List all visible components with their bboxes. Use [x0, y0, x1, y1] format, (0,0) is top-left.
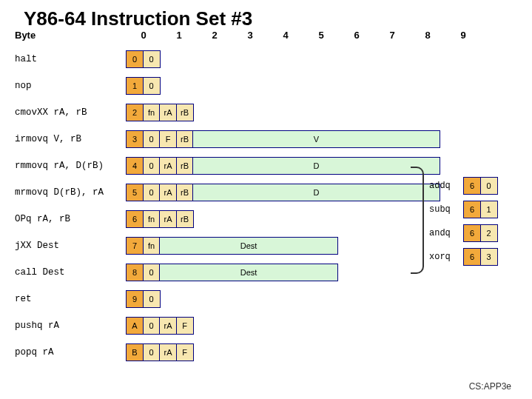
byte-col: 3: [232, 30, 268, 41]
byte-cell: 5: [126, 184, 144, 201]
byte-cell: 0: [143, 130, 161, 148]
byte-cell: 7: [126, 237, 144, 255]
mnemonic: ret: [15, 294, 126, 304]
byte-cell: 8: [126, 264, 144, 281]
op-name: addq: [429, 181, 463, 191]
byte-cell: 0: [143, 184, 161, 201]
byte-cell: rA: [159, 317, 177, 335]
byte-cell: 0: [143, 77, 161, 95]
byte-col: 6: [339, 30, 374, 41]
instruction-row: cmovXX rA, rB2fnrArB: [15, 99, 440, 126]
instruction-row: OPq rA, rB6fnrArB: [15, 206, 440, 232]
op-table: addq60subq61andq62xorq63: [429, 174, 498, 269]
byte-header: Byte 0 1 2 3 4 5 6 7 8 9: [15, 30, 481, 41]
op-name: andq: [429, 228, 463, 238]
byte-cell: rA: [159, 157, 177, 175]
instruction-table: halt00nop10cmovXX rA, rB2fnrArBirmovq V,…: [15, 46, 440, 366]
op-row: xorq63: [429, 245, 498, 269]
mnemonic: pushq rA: [15, 321, 126, 331]
byte-cell: rB: [176, 157, 194, 175]
byte-col: 2: [197, 30, 232, 41]
footer-text: CS:APP3e: [469, 381, 511, 392]
op-name: xorq: [429, 252, 463, 262]
byte-cell: rB: [176, 130, 194, 148]
byte-cell: rA: [159, 104, 177, 121]
mnemonic: OPq rA, rB: [15, 214, 126, 224]
mnemonic: irmovq V, rB: [15, 134, 126, 144]
instruction-row: popq rAB0rAF: [15, 339, 440, 366]
instruction-row: halt00: [15, 46, 440, 73]
byte-col: 5: [303, 30, 339, 41]
instruction-row: rmmovq rA, D(rB)40rArBD: [15, 152, 440, 179]
op-row: addq60: [429, 174, 498, 198]
mnemonic: nop: [15, 81, 126, 91]
byte-cell: 6: [463, 177, 481, 195]
op-name: subq: [429, 204, 463, 215]
byte-col: 1: [161, 30, 197, 41]
wide-field: D: [192, 184, 440, 201]
byte-cell: rA: [159, 184, 177, 201]
wide-field: Dest: [159, 237, 338, 255]
byte-cell: 1: [480, 201, 498, 218]
byte-cell: rA: [159, 343, 177, 361]
instruction-row: nop10: [15, 73, 440, 99]
byte-cell: 0: [143, 264, 161, 281]
instruction-row: ret90: [15, 286, 440, 312]
byte-cell: 0: [143, 343, 161, 361]
byte-col: 0: [126, 30, 161, 41]
byte-cell: 1: [126, 77, 144, 95]
mnemonic: cmovXX rA, rB: [15, 107, 126, 118]
byte-cell: 6: [463, 224, 481, 242]
byte-cell: rB: [176, 184, 194, 201]
byte-cell: fn: [143, 237, 161, 255]
byte-cell: 2: [126, 104, 144, 121]
op-row: andq62: [429, 221, 498, 245]
byte-cell: F: [176, 317, 194, 335]
byte-cell: 3: [480, 248, 498, 266]
byte-cell: fn: [143, 210, 161, 228]
mnemonic: popq rA: [15, 347, 126, 358]
byte-col: 9: [445, 30, 481, 41]
byte-cell: rB: [176, 210, 194, 228]
byte-cell: B: [126, 343, 144, 361]
byte-cell: 0: [480, 177, 498, 195]
byte-cell: 6: [126, 210, 144, 228]
byte-cell: 2: [480, 224, 498, 242]
byte-cell: 0: [143, 50, 161, 68]
byte-cell: rB: [176, 104, 194, 121]
op-row: subq61: [429, 198, 498, 221]
mnemonic: mrmovq D(rB), rA: [15, 187, 126, 198]
byte-cell: 0: [126, 50, 144, 68]
byte-cell: 9: [126, 290, 144, 308]
instruction-row: mrmovq D(rB), rA50rArBD: [15, 179, 440, 206]
byte-cell: rA: [159, 210, 177, 228]
mnemonic: jXX Dest: [15, 241, 126, 251]
byte-cell: 6: [463, 248, 481, 266]
wide-field: D: [192, 157, 440, 175]
instruction-row: irmovq V, rB30FrBV: [15, 126, 440, 152]
wide-field: V: [192, 130, 440, 148]
brace-icon: [411, 167, 424, 274]
mnemonic: call Dest: [15, 267, 126, 278]
wide-field: Dest: [159, 264, 338, 281]
instruction-row: call Dest80Dest: [15, 259, 440, 286]
byte-col: 8: [410, 30, 445, 41]
byte-cell: 0: [143, 317, 161, 335]
byte-label: Byte: [15, 30, 126, 41]
mnemonic: halt: [15, 54, 126, 64]
byte-cell: 4: [126, 157, 144, 175]
byte-cell: F: [176, 343, 194, 361]
byte-col: 7: [374, 30, 410, 41]
byte-cell: 0: [143, 157, 161, 175]
page-title: Y86-64 Instruction Set #3: [24, 7, 517, 30]
byte-cell: A: [126, 317, 144, 335]
byte-col: 4: [268, 30, 303, 41]
instruction-row: jXX Dest7fnDest: [15, 232, 440, 259]
byte-cell: F: [159, 130, 177, 148]
byte-cell: 0: [143, 290, 161, 308]
mnemonic: rmmovq rA, D(rB): [15, 161, 126, 171]
byte-cell: fn: [143, 104, 161, 121]
instruction-row: pushq rAA0rAF: [15, 312, 440, 339]
byte-cell: 3: [126, 130, 144, 148]
byte-cell: 6: [463, 201, 481, 218]
